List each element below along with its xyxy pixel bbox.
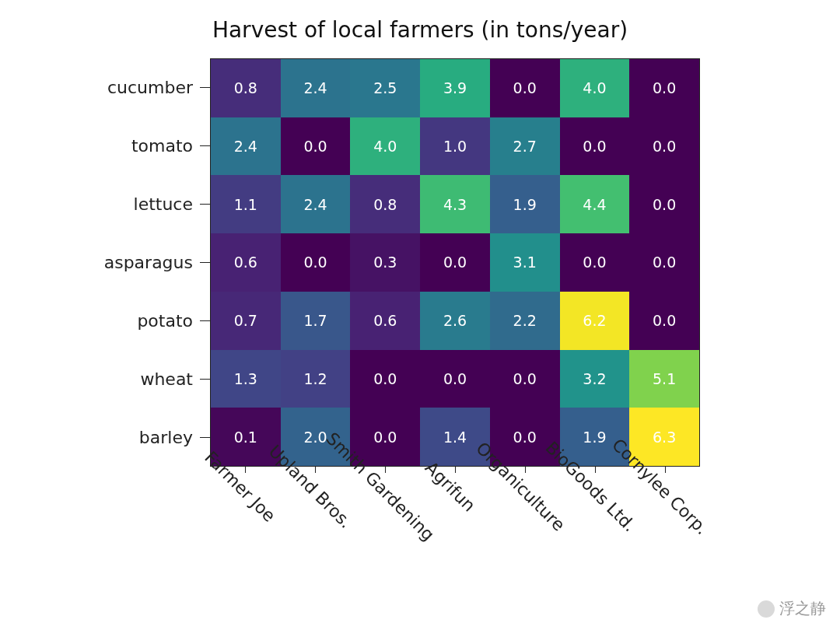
heatmap-cell: 0.0 bbox=[560, 233, 630, 292]
x-tick-mark bbox=[245, 467, 246, 473]
heatmap-cell: 0.8 bbox=[211, 59, 281, 117]
heatmap-cell: 0.0 bbox=[490, 59, 560, 117]
y-tick-label: cucumber bbox=[0, 58, 201, 117]
y-tick-label: tomato bbox=[0, 117, 201, 175]
cell-value: 1.2 bbox=[303, 370, 327, 387]
y-tick-label: potato bbox=[0, 292, 201, 350]
cell-value: 1.9 bbox=[513, 196, 537, 213]
x-tick: Cornylee Corp. bbox=[630, 468, 700, 616]
watermark: 浮之静 bbox=[758, 598, 826, 619]
cell-value: 0.0 bbox=[443, 370, 467, 387]
x-tick-mark bbox=[315, 467, 316, 473]
cell-value: 2.5 bbox=[373, 79, 397, 96]
heatmap-cell: 4.0 bbox=[560, 59, 630, 117]
cell-value: 0.6 bbox=[373, 312, 397, 329]
cell-value: 6.2 bbox=[583, 312, 606, 329]
heatmap-cell: 0.6 bbox=[350, 292, 420, 350]
x-tick: Organiculture bbox=[490, 468, 560, 616]
heatmap-cell: 1.3 bbox=[211, 350, 281, 408]
cell-value: 0.0 bbox=[513, 370, 537, 387]
heatmap-cell: 2.5 bbox=[350, 59, 420, 117]
cell-value: 0.0 bbox=[443, 254, 467, 271]
heatmap-grid: 0.82.42.53.90.04.00.02.40.04.01.02.70.00… bbox=[211, 59, 699, 466]
heatmap-cell: 3.2 bbox=[560, 350, 630, 408]
heatmap-cell: 1.2 bbox=[281, 350, 351, 408]
heatmap-cell: 0.0 bbox=[629, 292, 699, 350]
cell-value: 5.1 bbox=[653, 370, 676, 387]
cell-value: 0.0 bbox=[513, 429, 537, 446]
x-tick-mark bbox=[385, 467, 386, 473]
heatmap-cell: 4.0 bbox=[350, 117, 420, 176]
y-tick-label: asparagus bbox=[0, 233, 201, 292]
cell-value: 1.3 bbox=[234, 370, 257, 387]
cell-value: 0.0 bbox=[373, 370, 397, 387]
cell-value: 2.6 bbox=[443, 312, 467, 329]
x-tick: Upland Bros. bbox=[280, 468, 350, 616]
x-tick-mark bbox=[665, 467, 666, 473]
heatmap-cell: 0.7 bbox=[211, 292, 281, 350]
y-axis-ticks: cucumbertomatolettuceasparaguspotatowhea… bbox=[0, 58, 201, 467]
heatmap-cell: 2.6 bbox=[420, 292, 490, 350]
heatmap-cell: 1.7 bbox=[281, 292, 351, 350]
cell-value: 0.0 bbox=[583, 138, 606, 155]
heatmap-cell: 0.3 bbox=[350, 233, 420, 292]
cell-value: 1.4 bbox=[443, 429, 467, 446]
heatmap-cell: 2.2 bbox=[490, 292, 560, 350]
x-tick: BioGoods Ltd. bbox=[560, 468, 630, 616]
x-tick-mark bbox=[455, 467, 456, 473]
heatmap-cell: 0.0 bbox=[629, 175, 699, 233]
x-tick-mark bbox=[595, 467, 596, 473]
cell-value: 0.8 bbox=[373, 196, 397, 213]
y-tick-label: lettuce bbox=[0, 175, 201, 233]
heatmap-cell: 0.0 bbox=[560, 117, 630, 176]
y-tick-label: wheat bbox=[0, 350, 201, 408]
heatmap-cell: 0.0 bbox=[490, 350, 560, 408]
cell-value: 1.7 bbox=[303, 312, 327, 329]
heatmap-cell: 0.0 bbox=[629, 117, 699, 176]
heatmap-cell: 6.2 bbox=[560, 292, 630, 350]
cell-value: 0.0 bbox=[653, 312, 676, 329]
heatmap-cell: 4.4 bbox=[560, 175, 630, 233]
cell-value: 0.6 bbox=[234, 254, 257, 271]
heatmap-cell: 1.9 bbox=[490, 175, 560, 233]
heatmap-cell: 0.0 bbox=[629, 59, 699, 117]
heatmap-cell: 0.0 bbox=[281, 233, 351, 292]
cell-value: 2.4 bbox=[303, 79, 327, 96]
heatmap-cell: 1.0 bbox=[420, 117, 490, 176]
cell-value: 0.8 bbox=[234, 79, 257, 96]
cell-value: 0.0 bbox=[653, 79, 676, 96]
y-tick-label: barley bbox=[0, 408, 201, 467]
heatmap-cell: 0.0 bbox=[420, 350, 490, 408]
heatmap-cell: 0.6 bbox=[211, 233, 281, 292]
cell-value: 4.0 bbox=[583, 79, 606, 96]
cell-value: 0.0 bbox=[653, 138, 676, 155]
cell-value: 6.3 bbox=[653, 429, 676, 446]
heatmap-plot-area: 0.82.42.53.90.04.00.02.40.04.01.02.70.00… bbox=[210, 58, 700, 467]
cell-value: 3.1 bbox=[513, 254, 537, 271]
cell-value: 2.7 bbox=[513, 138, 537, 155]
cell-value: 1.1 bbox=[234, 196, 257, 213]
figure: Harvest of local farmers (in tons/year) … bbox=[0, 0, 840, 630]
cell-value: 0.0 bbox=[303, 254, 327, 271]
x-tick: Smith Gardening bbox=[350, 468, 420, 616]
heatmap-cell: 4.3 bbox=[420, 175, 490, 233]
heatmap-cell: 0.0 bbox=[281, 117, 351, 176]
x-tick-mark bbox=[525, 467, 526, 473]
cell-value: 0.0 bbox=[513, 79, 537, 96]
cell-value: 0.0 bbox=[653, 196, 676, 213]
heatmap-cell: 0.0 bbox=[420, 233, 490, 292]
heatmap-cell: 0.8 bbox=[350, 175, 420, 233]
x-tick: Agrifun bbox=[420, 468, 490, 616]
x-axis-ticks: Farmer JoeUpland Bros.Smith GardeningAgr… bbox=[210, 468, 700, 616]
x-tick: Farmer Joe bbox=[210, 468, 280, 616]
heatmap-cell: 0.0 bbox=[350, 350, 420, 408]
cell-value: 4.4 bbox=[583, 196, 606, 213]
heatmap-cell: 2.7 bbox=[490, 117, 560, 176]
heatmap-cell: 2.4 bbox=[211, 117, 281, 176]
cell-value: 0.7 bbox=[234, 312, 257, 329]
cell-value: 3.9 bbox=[443, 79, 467, 96]
watermark-icon bbox=[758, 600, 775, 618]
cell-value: 0.0 bbox=[583, 254, 606, 271]
heatmap-cell: 2.4 bbox=[281, 59, 351, 117]
cell-value: 3.2 bbox=[583, 370, 606, 387]
